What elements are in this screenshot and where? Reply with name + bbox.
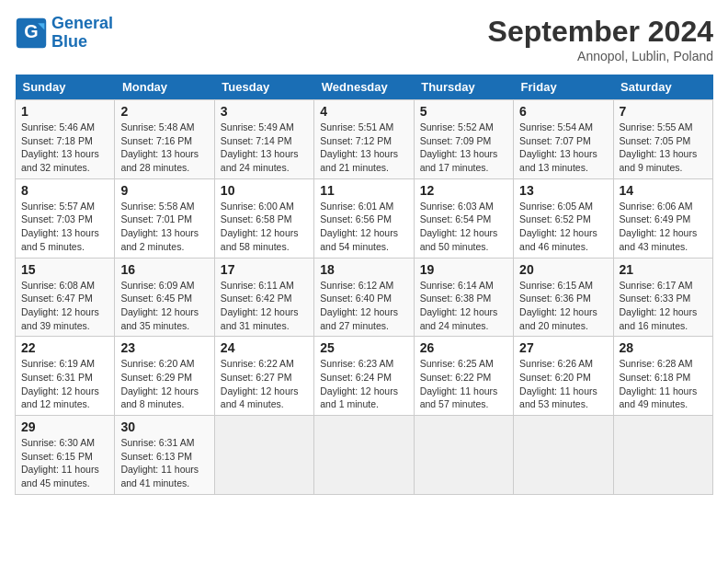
day-number: 8 — [21, 183, 108, 198]
day-info: Sunrise: 6:11 AM Sunset: 6:42 PM Dayligh… — [221, 279, 308, 333]
col-thursday: Thursday — [414, 75, 513, 100]
calendar-cell: 2Sunrise: 5:48 AM Sunset: 7:16 PM Daylig… — [115, 100, 214, 179]
day-number: 17 — [221, 262, 308, 277]
calendar-cell: 29Sunrise: 6:30 AM Sunset: 6:15 PM Dayli… — [16, 416, 115, 495]
calendar-cell: 9Sunrise: 5:58 AM Sunset: 7:01 PM Daylig… — [115, 178, 214, 258]
calendar-cell: 12Sunrise: 6:03 AM Sunset: 6:54 PM Dayli… — [414, 178, 513, 258]
day-info: Sunrise: 6:26 AM Sunset: 6:20 PM Dayligh… — [519, 357, 607, 411]
day-number: 25 — [320, 340, 407, 355]
day-info: Sunrise: 6:23 AM Sunset: 6:24 PM Dayligh… — [320, 357, 407, 411]
day-number: 26 — [420, 340, 507, 355]
day-info: Sunrise: 5:54 AM Sunset: 7:07 PM Dayligh… — [519, 121, 607, 175]
logo-line2: Blue — [51, 32, 87, 51]
day-number: 10 — [221, 183, 308, 198]
col-sunday: Sunday — [16, 75, 115, 100]
calendar-cell: 3Sunrise: 5:49 AM Sunset: 7:14 PM Daylig… — [214, 100, 313, 179]
day-info: Sunrise: 6:01 AM Sunset: 6:56 PM Dayligh… — [320, 200, 407, 254]
logo: G General Blue — [15, 15, 113, 52]
calendar-week-row: 8Sunrise: 5:57 AM Sunset: 7:03 PM Daylig… — [16, 178, 713, 258]
day-info: Sunrise: 6:05 AM Sunset: 6:52 PM Dayligh… — [519, 200, 607, 254]
day-number: 4 — [320, 104, 407, 119]
day-info: Sunrise: 5:58 AM Sunset: 7:01 PM Dayligh… — [120, 200, 208, 254]
day-info: Sunrise: 6:17 AM Sunset: 6:33 PM Dayligh… — [620, 279, 707, 333]
calendar-week-row: 22Sunrise: 6:19 AM Sunset: 6:31 PM Dayli… — [16, 337, 713, 416]
day-number: 18 — [320, 262, 407, 277]
day-number: 15 — [21, 262, 108, 277]
day-info: Sunrise: 5:55 AM Sunset: 7:05 PM Dayligh… — [620, 121, 707, 175]
calendar-week-row: 29Sunrise: 6:30 AM Sunset: 6:15 PM Dayli… — [16, 416, 713, 495]
day-info: Sunrise: 5:48 AM Sunset: 7:16 PM Dayligh… — [120, 121, 208, 175]
logo-line1: General — [51, 14, 113, 32]
day-number: 9 — [120, 183, 208, 198]
calendar-cell: 21Sunrise: 6:17 AM Sunset: 6:33 PM Dayli… — [613, 258, 712, 337]
col-friday: Friday — [514, 75, 613, 100]
day-number: 29 — [21, 419, 108, 434]
calendar-cell: 17Sunrise: 6:11 AM Sunset: 6:42 PM Dayli… — [214, 258, 313, 337]
day-info: Sunrise: 6:25 AM Sunset: 6:22 PM Dayligh… — [420, 357, 507, 411]
day-number: 13 — [519, 183, 607, 198]
col-saturday: Saturday — [613, 75, 712, 100]
calendar-cell: 23Sunrise: 6:20 AM Sunset: 6:29 PM Dayli… — [115, 337, 214, 416]
calendar-cell: 4Sunrise: 5:51 AM Sunset: 7:12 PM Daylig… — [314, 100, 414, 179]
calendar-cell: 13Sunrise: 6:05 AM Sunset: 6:52 PM Dayli… — [514, 178, 613, 258]
title-block: September 2024 Annopol, Lublin, Poland — [488, 15, 713, 63]
calendar-cell: 16Sunrise: 6:09 AM Sunset: 6:45 PM Dayli… — [115, 258, 214, 337]
calendar-cell: 6Sunrise: 5:54 AM Sunset: 7:07 PM Daylig… — [514, 100, 613, 179]
calendar-cell: 15Sunrise: 6:08 AM Sunset: 6:47 PM Dayli… — [16, 258, 115, 337]
day-info: Sunrise: 5:52 AM Sunset: 7:09 PM Dayligh… — [420, 121, 507, 175]
calendar-cell: 19Sunrise: 6:14 AM Sunset: 6:38 PM Dayli… — [414, 258, 513, 337]
svg-text:G: G — [24, 21, 38, 41]
day-number: 11 — [320, 183, 407, 198]
day-number: 3 — [221, 104, 308, 119]
day-number: 27 — [519, 340, 607, 355]
calendar-cell: 10Sunrise: 6:00 AM Sunset: 6:58 PM Dayli… — [214, 178, 313, 258]
day-number: 28 — [620, 340, 707, 355]
day-info: Sunrise: 6:31 AM Sunset: 6:13 PM Dayligh… — [120, 436, 208, 490]
day-info: Sunrise: 5:57 AM Sunset: 7:03 PM Dayligh… — [21, 200, 108, 254]
calendar-table: Sunday Monday Tuesday Wednesday Thursday… — [15, 75, 713, 495]
calendar-cell — [314, 416, 414, 495]
day-info: Sunrise: 6:09 AM Sunset: 6:45 PM Dayligh… — [120, 279, 208, 333]
day-info: Sunrise: 6:30 AM Sunset: 6:15 PM Dayligh… — [21, 436, 108, 490]
location-subtitle: Annopol, Lublin, Poland — [488, 49, 713, 63]
calendar-cell — [214, 416, 313, 495]
calendar-cell: 22Sunrise: 6:19 AM Sunset: 6:31 PM Dayli… — [16, 337, 115, 416]
calendar-cell: 18Sunrise: 6:12 AM Sunset: 6:40 PM Dayli… — [314, 258, 414, 337]
calendar-cell: 20Sunrise: 6:15 AM Sunset: 6:36 PM Dayli… — [514, 258, 613, 337]
day-info: Sunrise: 6:06 AM Sunset: 6:49 PM Dayligh… — [620, 200, 707, 254]
calendar-cell: 8Sunrise: 5:57 AM Sunset: 7:03 PM Daylig… — [16, 178, 115, 258]
day-number: 2 — [120, 104, 208, 119]
day-number: 7 — [620, 104, 707, 119]
month-title: September 2024 — [488, 15, 713, 49]
day-info: Sunrise: 6:00 AM Sunset: 6:58 PM Dayligh… — [221, 200, 308, 254]
day-number: 12 — [420, 183, 507, 198]
calendar-cell — [414, 416, 513, 495]
day-number: 6 — [519, 104, 607, 119]
day-number: 24 — [221, 340, 308, 355]
day-info: Sunrise: 5:46 AM Sunset: 7:18 PM Dayligh… — [21, 121, 108, 175]
day-number: 5 — [420, 104, 507, 119]
day-number: 21 — [620, 262, 707, 277]
calendar-cell: 7Sunrise: 5:55 AM Sunset: 7:05 PM Daylig… — [613, 100, 712, 179]
day-info: Sunrise: 6:28 AM Sunset: 6:18 PM Dayligh… — [620, 357, 707, 411]
calendar-cell: 14Sunrise: 6:06 AM Sunset: 6:49 PM Dayli… — [613, 178, 712, 258]
day-info: Sunrise: 6:14 AM Sunset: 6:38 PM Dayligh… — [420, 279, 507, 333]
day-number: 19 — [420, 262, 507, 277]
calendar-cell: 24Sunrise: 6:22 AM Sunset: 6:27 PM Dayli… — [214, 337, 313, 416]
col-monday: Monday — [115, 75, 214, 100]
calendar-cell: 1Sunrise: 5:46 AM Sunset: 7:18 PM Daylig… — [16, 100, 115, 179]
col-tuesday: Tuesday — [214, 75, 313, 100]
calendar-cell: 26Sunrise: 6:25 AM Sunset: 6:22 PM Dayli… — [414, 337, 513, 416]
day-info: Sunrise: 6:19 AM Sunset: 6:31 PM Dayligh… — [21, 357, 108, 411]
calendar-cell — [613, 416, 712, 495]
day-info: Sunrise: 6:03 AM Sunset: 6:54 PM Dayligh… — [420, 200, 507, 254]
calendar-header-row: Sunday Monday Tuesday Wednesday Thursday… — [16, 75, 713, 100]
day-number: 14 — [620, 183, 707, 198]
page-header: G General Blue September 2024 Annopol, L… — [15, 15, 713, 63]
day-info: Sunrise: 6:08 AM Sunset: 6:47 PM Dayligh… — [21, 279, 108, 333]
day-number: 30 — [120, 419, 208, 434]
day-info: Sunrise: 6:12 AM Sunset: 6:40 PM Dayligh… — [320, 279, 407, 333]
day-number: 1 — [21, 104, 108, 119]
day-number: 16 — [120, 262, 208, 277]
day-number: 22 — [21, 340, 108, 355]
